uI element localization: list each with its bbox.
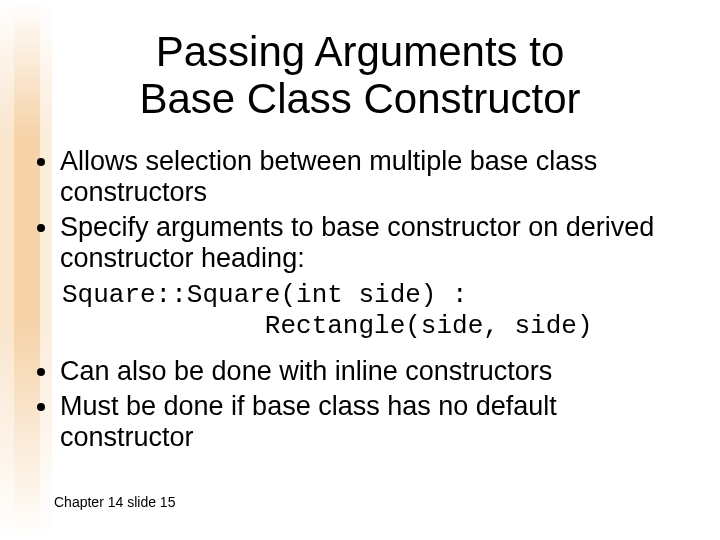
title-line-2: Base Class Constructor	[139, 75, 580, 122]
title-line-1: Passing Arguments to	[156, 28, 565, 75]
slide-title: Passing Arguments to Base Class Construc…	[0, 0, 720, 132]
bullet-item: Can also be done with inline constructor…	[60, 356, 684, 387]
slide-footer: Chapter 14 slide 15	[54, 494, 175, 510]
slide-content: Passing Arguments to Base Class Construc…	[0, 0, 720, 540]
bullet-list-bottom: Can also be done with inline constructor…	[36, 356, 684, 453]
bullet-item: Specify arguments to base constructor on…	[60, 212, 684, 274]
bullet-item: Allows selection between multiple base c…	[60, 146, 684, 208]
code-line: Square::Square(int side) :	[62, 280, 468, 310]
code-line: Rectangle(side, side)	[62, 311, 593, 341]
code-block: Square::Square(int side) : Rectangle(sid…	[62, 280, 720, 341]
bullet-list-top: Allows selection between multiple base c…	[36, 146, 684, 274]
bullet-item: Must be done if base class has no defaul…	[60, 391, 684, 453]
